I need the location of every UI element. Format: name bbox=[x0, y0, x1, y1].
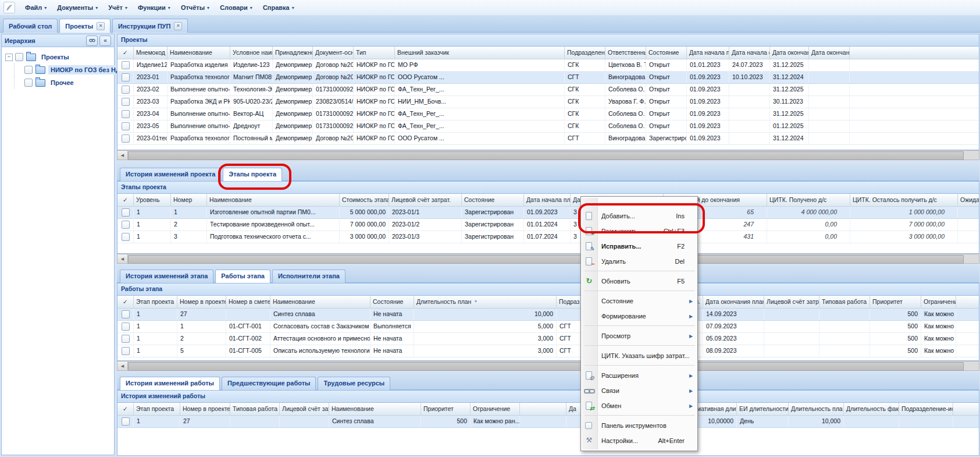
column-header[interactable]: Дата окончания пл bbox=[770, 47, 809, 59]
column-header[interactable]: Состояние bbox=[462, 194, 524, 206]
menubar-item[interactable]: Файл▾ bbox=[20, 2, 52, 13]
menu-item-настройки-[interactable]: ⚒Настройки...Alt+Enter bbox=[582, 433, 696, 448]
column-header[interactable]: Лицевой счёт затр bbox=[280, 403, 329, 415]
column-header[interactable]: Ограничение bbox=[921, 296, 956, 308]
scrollbar-thumb[interactable] bbox=[128, 151, 964, 160]
column-header[interactable] bbox=[850, 47, 979, 59]
table-row[interactable]: Изделие123Разработка изделия 123Изделие-… bbox=[117, 59, 979, 72]
column-header[interactable]: Уровень bbox=[134, 194, 171, 206]
table-row[interactable]: 13Подготовка технического отчета с...3 0… bbox=[117, 231, 979, 243]
tree-node[interactable]: Прочее bbox=[3, 76, 113, 89]
menu-item-размножить-[interactable]: +Размножить...Ctrl+F3 bbox=[582, 224, 696, 239]
menu-item-расширения[interactable]: ⚙Расширения▶ bbox=[582, 368, 696, 383]
column-header[interactable]: ЦИТК. Получено д/с bbox=[767, 194, 850, 206]
column-header[interactable]: Наименование bbox=[329, 403, 421, 415]
tab-трудовые-ресурсы[interactable]: Трудовые ресурсы bbox=[318, 377, 390, 390]
menu-item-обновить[interactable]: ↻ОбновитьF5 bbox=[582, 274, 696, 289]
row-checkbox[interactable] bbox=[122, 335, 130, 343]
column-header[interactable]: Подразделение-ис bbox=[899, 403, 953, 415]
column-header[interactable]: Принадлежность bbox=[273, 47, 313, 59]
column-header[interactable]: Приоритет bbox=[870, 296, 921, 308]
row-checkbox[interactable] bbox=[122, 134, 130, 143]
column-header[interactable]: Дата начала план. bbox=[687, 47, 729, 59]
horizontal-scrollbar[interactable]: ◀ bbox=[117, 254, 979, 264]
column-header[interactable]: ✓ bbox=[117, 403, 134, 415]
column-header[interactable]: Дата окончания план bbox=[703, 296, 764, 308]
column-header[interactable]: Длительность фак bbox=[844, 403, 899, 415]
column-header[interactable]: Номер в смете bbox=[226, 296, 270, 308]
column-header[interactable]: Стоимость этапа bbox=[340, 194, 389, 206]
table-row[interactable]: 1201-СГТ-002Аттестация основного и приме… bbox=[117, 333, 979, 345]
column-header[interactable]: ЦИТК. Осталось получить д/с bbox=[850, 194, 958, 206]
row-checkbox[interactable] bbox=[122, 233, 130, 241]
menu-item-исправить-[interactable]: ✎Исправить...F2 bbox=[582, 239, 696, 254]
horizontal-scrollbar[interactable]: ◀ bbox=[117, 150, 979, 160]
column-header[interactable]: мативная длит bbox=[694, 403, 737, 415]
table-row[interactable]: 127Синтез сплаваНе начата10,00014.09.202… bbox=[117, 309, 979, 321]
collapse-panel-icon[interactable]: « bbox=[99, 36, 111, 46]
table-row[interactable]: 2023-05Выполнение опытно-конс...Дредноут… bbox=[117, 121, 979, 133]
column-header[interactable]: ✓ bbox=[117, 194, 134, 206]
column-header[interactable]: Типовая работа bbox=[230, 403, 280, 415]
column-header[interactable]: Приоритет bbox=[421, 403, 471, 415]
scroll-left-icon[interactable]: ◀ bbox=[117, 254, 128, 263]
column-header[interactable]: Длительность план▼ bbox=[414, 296, 557, 308]
column-header[interactable]: Тип bbox=[354, 47, 395, 59]
tree-expander-icon[interactable]: − bbox=[5, 54, 13, 61]
column-header[interactable]: Дата начала факт bbox=[729, 47, 770, 59]
menu-item-связи[interactable]: Связи▶ bbox=[582, 383, 696, 398]
column-header[interactable]: Документ-основан bbox=[313, 47, 354, 59]
close-tab-icon[interactable]: × bbox=[97, 22, 105, 30]
menu-item-панель-инструментов[interactable]: Панель инструментов bbox=[582, 418, 696, 433]
menu-item-формирование[interactable]: Формирование▶ bbox=[582, 309, 696, 324]
column-header[interactable]: Состояние bbox=[370, 296, 414, 308]
row-checkbox[interactable] bbox=[122, 323, 130, 331]
column-header[interactable]: Наименование bbox=[168, 47, 230, 59]
row-checkbox[interactable] bbox=[122, 347, 130, 355]
column-header[interactable]: Дата окончания ф bbox=[809, 47, 850, 59]
tab-работы-этапа[interactable]: Работы этапа bbox=[215, 270, 270, 283]
column-header[interactable]: Номер bbox=[171, 194, 207, 206]
column-header[interactable] bbox=[956, 296, 979, 308]
search-icon[interactable] bbox=[86, 36, 98, 46]
tree-node[interactable]: −Проекты bbox=[3, 51, 113, 63]
row-checkbox[interactable] bbox=[122, 61, 130, 69]
column-header[interactable]: Этап проекта bbox=[134, 296, 177, 308]
tab-исполнители-этапа[interactable]: Исполнители этапа bbox=[272, 270, 345, 283]
column-header[interactable]: Номер в проекте bbox=[180, 403, 230, 415]
column-header[interactable] bbox=[520, 403, 566, 415]
row-checkbox[interactable] bbox=[122, 98, 130, 106]
row-checkbox[interactable] bbox=[122, 110, 130, 118]
menu-item-состояние[interactable]: Состояние▶ bbox=[582, 293, 696, 309]
column-header[interactable]: ✓ bbox=[117, 296, 134, 308]
table-row[interactable]: 2023-04Выполнение опытно-конс...Вектор-А… bbox=[117, 108, 979, 121]
column-header[interactable]: Лицевой счёт затрат. bbox=[389, 194, 462, 206]
table-row[interactable]: 127Синтез сплава500Как можно ран...10,00… bbox=[117, 416, 979, 428]
column-header[interactable]: ✓ bbox=[117, 47, 134, 59]
scroll-left-icon[interactable]: ◀ bbox=[117, 151, 128, 160]
tab-этапы-проекта[interactable]: Этапы проекта bbox=[223, 168, 282, 181]
column-header[interactable]: Длительность пла bbox=[789, 403, 844, 415]
column-header[interactable]: Подразделение-от bbox=[565, 47, 605, 59]
table-row[interactable]: 2023-02Выполнение опытно-конс...Технолог… bbox=[117, 84, 979, 96]
column-header[interactable]: ЕИ длительности bbox=[737, 403, 789, 415]
tree-checkbox[interactable] bbox=[24, 79, 33, 87]
row-checkbox[interactable] bbox=[122, 122, 130, 130]
table-row[interactable]: 2023-01Разработка технологии и...Магнит … bbox=[117, 72, 979, 84]
tab-предшествующие-работы[interactable]: Предшествующие работы bbox=[222, 377, 316, 390]
scrollbar-thumb[interactable] bbox=[128, 362, 964, 371]
menu-item-цитк-указать-шифр-затрат-[interactable]: ЦИТК. Указать шифр затрат... bbox=[582, 348, 696, 363]
menubar-item[interactable]: Документы▾ bbox=[52, 2, 103, 13]
column-header[interactable]: Ожидаемые bbox=[958, 194, 979, 206]
column-header[interactable]: Условное наименова bbox=[230, 47, 273, 59]
menu-item-обмен[interactable]: ⇄Обмен▶ bbox=[582, 398, 696, 413]
row-checkbox[interactable] bbox=[122, 208, 130, 217]
menu-item-удалить[interactable]: −УдалитьDel bbox=[582, 254, 696, 269]
table-row[interactable]: 11Изготовление опытной партии ПМ0...5 00… bbox=[117, 207, 979, 219]
menu-item-просмотр[interactable]: Просмотр▶ bbox=[582, 328, 696, 343]
column-header[interactable] bbox=[953, 403, 979, 415]
column-header[interactable]: Дата начала план bbox=[524, 194, 571, 206]
row-checkbox[interactable] bbox=[122, 86, 130, 94]
horizontal-scrollbar[interactable]: ◀ bbox=[117, 361, 979, 371]
row-checkbox[interactable] bbox=[122, 73, 130, 82]
